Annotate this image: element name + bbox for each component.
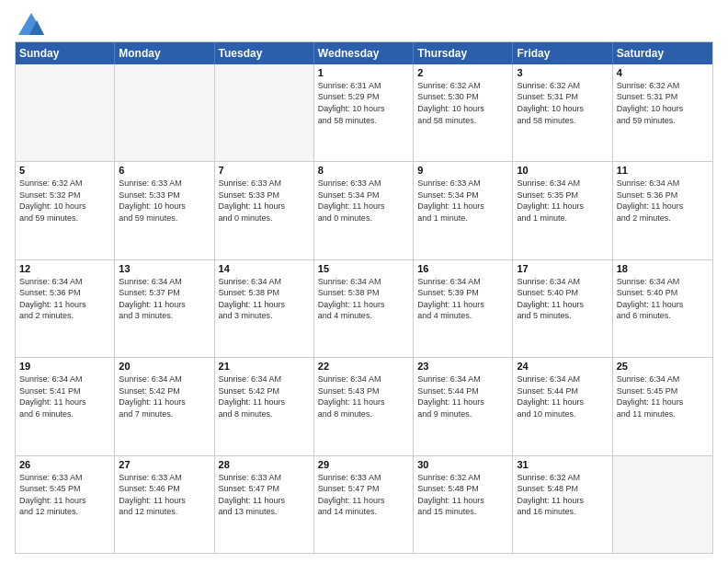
day-number: 26 (19, 459, 110, 470)
day-cell: 25Sunrise: 6:34 AMSunset: 5:45 PMDayligh… (613, 358, 712, 454)
day-number: 10 (517, 165, 608, 176)
week-row: 12Sunrise: 6:34 AMSunset: 5:36 PMDayligh… (16, 259, 712, 357)
day-info: Sunrise: 6:33 AMSunset: 5:47 PMDaylight:… (318, 472, 409, 518)
day-cell: 16Sunrise: 6:34 AMSunset: 5:39 PMDayligh… (414, 260, 513, 357)
day-number: 25 (617, 361, 709, 372)
day-header: Thursday (414, 42, 513, 64)
day-info: Sunrise: 6:32 AMSunset: 5:48 PMDaylight:… (417, 472, 508, 518)
day-cell: 18Sunrise: 6:34 AMSunset: 5:40 PMDayligh… (613, 260, 712, 357)
day-cell: 31Sunrise: 6:32 AMSunset: 5:48 PMDayligh… (513, 456, 612, 553)
day-info: Sunrise: 6:33 AMSunset: 5:33 PMDaylight:… (219, 178, 310, 224)
day-cell: 26Sunrise: 6:33 AMSunset: 5:45 PMDayligh… (16, 456, 115, 553)
day-cell: 11Sunrise: 6:34 AMSunset: 5:36 PMDayligh… (613, 162, 712, 259)
day-cell: 3Sunrise: 6:32 AMSunset: 5:31 PMDaylight… (513, 64, 612, 161)
day-cell: 2Sunrise: 6:32 AMSunset: 5:30 PMDaylight… (414, 64, 513, 161)
day-info: Sunrise: 6:33 AMSunset: 5:45 PMDaylight:… (19, 472, 110, 518)
day-number: 27 (119, 459, 210, 470)
day-number: 7 (219, 165, 310, 176)
day-cell: 6Sunrise: 6:33 AMSunset: 5:33 PMDaylight… (115, 162, 214, 259)
day-info: Sunrise: 6:34 AMSunset: 5:39 PMDaylight:… (417, 276, 508, 322)
day-info: Sunrise: 6:32 AMSunset: 5:31 PMDaylight:… (517, 80, 608, 126)
logo-text (15, 11, 48, 41)
calendar: SundayMondayTuesdayWednesdayThursdayFrid… (15, 41, 713, 554)
day-cell: 15Sunrise: 6:34 AMSunset: 5:38 PMDayligh… (314, 260, 414, 357)
day-info: Sunrise: 6:32 AMSunset: 5:48 PMDaylight:… (517, 472, 608, 518)
day-info: Sunrise: 6:34 AMSunset: 5:35 PMDaylight:… (517, 178, 608, 224)
day-number: 14 (219, 263, 310, 274)
day-info: Sunrise: 6:33 AMSunset: 5:47 PMDaylight:… (219, 472, 310, 518)
day-info: Sunrise: 6:32 AMSunset: 5:31 PMDaylight:… (617, 80, 709, 126)
day-number: 23 (417, 361, 508, 372)
day-cell: 28Sunrise: 6:33 AMSunset: 5:47 PMDayligh… (215, 456, 314, 553)
day-cell: 12Sunrise: 6:34 AMSunset: 5:36 PMDayligh… (16, 260, 115, 357)
day-cell (115, 64, 214, 161)
day-cell (16, 64, 115, 161)
day-number: 17 (517, 263, 608, 274)
week-row: 1Sunrise: 6:31 AMSunset: 5:29 PMDaylight… (16, 64, 712, 161)
day-number: 9 (417, 165, 508, 176)
day-number: 19 (19, 361, 110, 372)
day-number: 3 (517, 67, 608, 78)
day-number: 8 (318, 165, 409, 176)
day-info: Sunrise: 6:34 AMSunset: 5:36 PMDaylight:… (617, 178, 709, 224)
day-cell: 10Sunrise: 6:34 AMSunset: 5:35 PMDayligh… (513, 162, 612, 259)
day-info: Sunrise: 6:34 AMSunset: 5:38 PMDaylight:… (318, 276, 409, 322)
day-info: Sunrise: 6:34 AMSunset: 5:42 PMDaylight:… (119, 373, 210, 419)
day-info: Sunrise: 6:34 AMSunset: 5:44 PMDaylight:… (417, 373, 508, 419)
week-row: 19Sunrise: 6:34 AMSunset: 5:41 PMDayligh… (16, 357, 712, 454)
day-number: 28 (219, 459, 310, 470)
day-info: Sunrise: 6:34 AMSunset: 5:43 PMDaylight:… (318, 373, 409, 419)
day-info: Sunrise: 6:34 AMSunset: 5:45 PMDaylight:… (617, 373, 709, 419)
day-number: 22 (318, 361, 409, 372)
weeks: 1Sunrise: 6:31 AMSunset: 5:29 PMDaylight… (16, 64, 712, 553)
day-header: Saturday (613, 42, 712, 64)
day-info: Sunrise: 6:34 AMSunset: 5:44 PMDaylight:… (517, 373, 608, 419)
day-header: Friday (513, 42, 612, 64)
day-info: Sunrise: 6:34 AMSunset: 5:41 PMDaylight:… (19, 373, 110, 419)
day-cell: 30Sunrise: 6:32 AMSunset: 5:48 PMDayligh… (414, 456, 513, 553)
day-number: 11 (617, 165, 709, 176)
day-cell: 20Sunrise: 6:34 AMSunset: 5:42 PMDayligh… (115, 358, 214, 454)
day-info: Sunrise: 6:33 AMSunset: 5:33 PMDaylight:… (119, 178, 210, 224)
day-cell: 14Sunrise: 6:34 AMSunset: 5:38 PMDayligh… (215, 260, 314, 357)
day-number: 21 (219, 361, 310, 372)
day-info: Sunrise: 6:33 AMSunset: 5:34 PMDaylight:… (417, 178, 508, 224)
day-cell: 27Sunrise: 6:33 AMSunset: 5:46 PMDayligh… (115, 456, 214, 553)
day-info: Sunrise: 6:33 AMSunset: 5:34 PMDaylight:… (318, 178, 409, 224)
day-cell: 8Sunrise: 6:33 AMSunset: 5:34 PMDaylight… (314, 162, 414, 259)
day-number: 18 (617, 263, 709, 274)
day-cell (215, 64, 314, 161)
day-cell: 17Sunrise: 6:34 AMSunset: 5:40 PMDayligh… (513, 260, 612, 357)
week-row: 5Sunrise: 6:32 AMSunset: 5:32 PMDaylight… (16, 161, 712, 259)
day-cell: 23Sunrise: 6:34 AMSunset: 5:44 PMDayligh… (414, 358, 513, 454)
header (15, 11, 713, 36)
day-cell: 22Sunrise: 6:34 AMSunset: 5:43 PMDayligh… (314, 358, 414, 454)
day-cell: 4Sunrise: 6:32 AMSunset: 5:31 PMDaylight… (613, 64, 712, 161)
day-number: 29 (318, 459, 409, 470)
week-row: 26Sunrise: 6:33 AMSunset: 5:45 PMDayligh… (16, 455, 712, 553)
day-number: 5 (19, 165, 110, 176)
day-headers: SundayMondayTuesdayWednesdayThursdayFrid… (16, 42, 712, 64)
day-number: 1 (318, 67, 409, 78)
day-number: 20 (119, 361, 210, 372)
day-number: 30 (417, 459, 508, 470)
day-number: 6 (119, 165, 210, 176)
day-number: 13 (119, 263, 210, 274)
day-info: Sunrise: 6:34 AMSunset: 5:40 PMDaylight:… (617, 276, 709, 322)
day-header: Tuesday (215, 42, 314, 64)
day-info: Sunrise: 6:31 AMSunset: 5:29 PMDaylight:… (318, 80, 409, 126)
day-info: Sunrise: 6:34 AMSunset: 5:37 PMDaylight:… (119, 276, 210, 322)
day-cell: 29Sunrise: 6:33 AMSunset: 5:47 PMDayligh… (314, 456, 414, 553)
day-cell: 21Sunrise: 6:34 AMSunset: 5:42 PMDayligh… (215, 358, 314, 454)
page: SundayMondayTuesdayWednesdayThursdayFrid… (0, 0, 728, 563)
day-info: Sunrise: 6:34 AMSunset: 5:38 PMDaylight:… (219, 276, 310, 322)
day-number: 2 (417, 67, 508, 78)
day-cell: 19Sunrise: 6:34 AMSunset: 5:41 PMDayligh… (16, 358, 115, 454)
day-number: 31 (517, 459, 608, 470)
day-info: Sunrise: 6:34 AMSunset: 5:36 PMDaylight:… (19, 276, 110, 322)
day-cell: 13Sunrise: 6:34 AMSunset: 5:37 PMDayligh… (115, 260, 214, 357)
day-number: 12 (19, 263, 110, 274)
day-info: Sunrise: 6:32 AMSunset: 5:30 PMDaylight:… (417, 80, 508, 126)
day-info: Sunrise: 6:34 AMSunset: 5:42 PMDaylight:… (219, 373, 310, 419)
day-cell (613, 456, 712, 553)
